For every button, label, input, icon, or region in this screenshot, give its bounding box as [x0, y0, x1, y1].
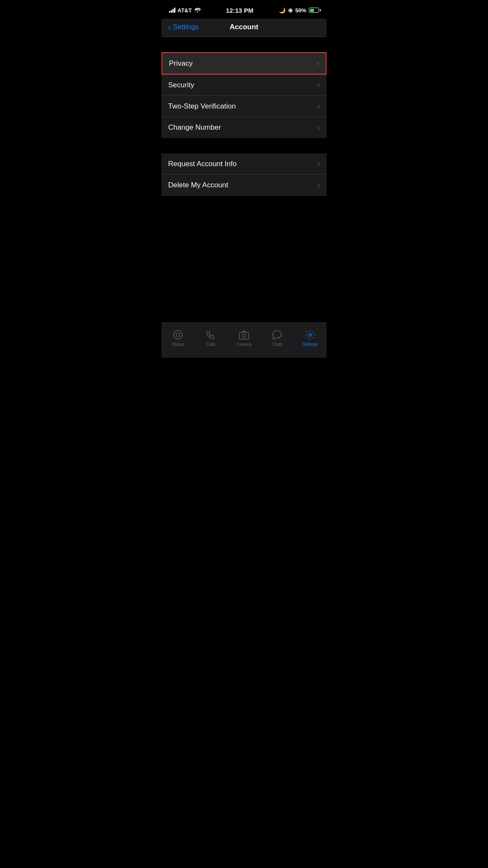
camera-icon: [238, 329, 250, 340]
rotation-lock-icon: ⊕: [288, 7, 293, 14]
svg-point-3: [242, 334, 246, 337]
delete-account-menu-item[interactable]: Delete My Account ›: [161, 175, 327, 196]
status-icon: [172, 329, 183, 340]
security-menu-item[interactable]: Security ›: [161, 75, 327, 96]
content-area: Privacy › Security › Two-Step Verificati…: [161, 37, 327, 323]
carrier-label: AT&T: [177, 7, 192, 14]
signal-icon: [169, 8, 175, 13]
chevron-right-icon: ›: [317, 123, 320, 132]
tab-calls[interactable]: Calls: [194, 329, 227, 347]
chevron-right-icon: ›: [317, 181, 320, 190]
change-number-menu-item[interactable]: Change Number ›: [161, 117, 327, 138]
back-label: Settings: [173, 23, 199, 31]
svg-point-0: [174, 331, 182, 339]
calls-icon: [205, 329, 216, 340]
svg-rect-2: [239, 332, 249, 339]
moon-icon: 🌙: [279, 7, 286, 14]
chats-icon: [272, 329, 283, 340]
chevron-right-icon: ›: [317, 81, 320, 89]
battery-icon: [309, 8, 319, 13]
status-left: AT&T: [169, 7, 201, 14]
section-gap-top: [161, 37, 327, 52]
request-account-menu-item[interactable]: Request Account Info ›: [161, 153, 327, 175]
section-gap-middle: [161, 138, 327, 153]
tab-chats[interactable]: Chats: [261, 329, 294, 347]
delete-account-label: Delete My Account: [168, 181, 228, 189]
chevron-right-icon: ›: [317, 102, 320, 111]
camera-tab-label: Camera: [236, 342, 252, 347]
bottom-nav: Status Calls Camera Chats: [161, 323, 327, 358]
page-title: Account: [230, 23, 258, 31]
tab-status[interactable]: Status: [161, 329, 194, 347]
battery-percent: 50%: [295, 7, 306, 14]
svg-point-1: [176, 333, 180, 337]
status-right: 🌙 ⊕ 50%: [279, 7, 319, 14]
menu-group-1: Privacy › Security › Two-Step Verificati…: [161, 52, 327, 138]
privacy-label: Privacy: [169, 59, 193, 68]
security-label: Security: [168, 81, 194, 89]
change-number-label: Change Number: [168, 123, 221, 132]
svg-point-4: [309, 334, 311, 336]
tab-settings[interactable]: Settings: [294, 329, 327, 347]
settings-tab-label: Settings: [302, 342, 318, 347]
nav-bar: ‹ Settings Account: [161, 19, 327, 37]
two-step-menu-item[interactable]: Two-Step Verification ›: [161, 96, 327, 117]
tab-camera[interactable]: Camera: [227, 329, 261, 347]
status-tab-label: Status: [172, 342, 184, 347]
back-button[interactable]: ‹ Settings: [168, 22, 199, 32]
settings-icon: [305, 329, 316, 340]
calls-tab-label: Calls: [206, 342, 216, 347]
chevron-left-icon: ‹: [168, 22, 171, 32]
two-step-label: Two-Step Verification: [168, 102, 236, 111]
chats-tab-label: Chats: [272, 342, 283, 347]
chevron-right-icon: ›: [317, 159, 320, 168]
time-label: 12:13 PM: [226, 7, 253, 14]
chevron-right-icon: ›: [316, 59, 319, 68]
request-account-label: Request Account Info: [168, 160, 237, 168]
status-bar: AT&T 12:13 PM 🌙 ⊕ 50%: [161, 0, 327, 19]
privacy-menu-item[interactable]: Privacy ›: [161, 52, 327, 75]
menu-group-2: Request Account Info › Delete My Account…: [161, 153, 327, 196]
wifi-icon: [194, 7, 201, 14]
